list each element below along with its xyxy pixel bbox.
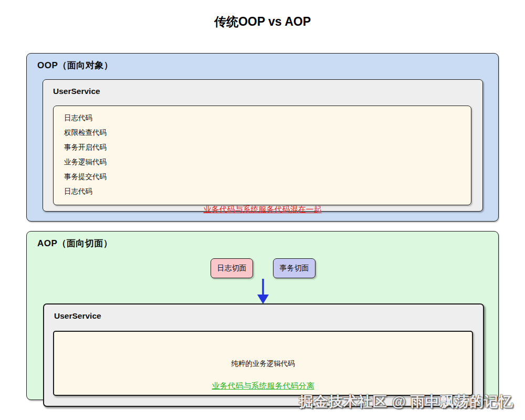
oop-userservice-box: UserService 日志代码 权限检查代码 事务开启代码 业务逻辑代码 事务…: [43, 79, 483, 212]
code-line: 日志代码: [54, 111, 471, 125]
aop-caption: 业务代码与系统服务代码分离: [54, 381, 472, 391]
code-line: 事务开启代码: [54, 140, 471, 155]
diagram-title: 传统OOP vs AOP: [0, 14, 525, 30]
aop-userservice-box: UserService 纯粹的业务逻辑代码 业务代码与系统服务代码分离: [43, 303, 484, 407]
pure-logic-text: 纯粹的业务逻辑代码: [54, 359, 472, 369]
aop-userservice-label: UserService: [54, 311, 101, 321]
code-line: 权限检查代码: [54, 125, 471, 140]
aop-panel: AOP（面向切面） 日志切面 事务切面 UserService 纯粹的业务逻辑代…: [26, 231, 499, 400]
oop-code-box: 日志代码 权限检查代码 事务开启代码 业务逻辑代码 事务提交代码 日志代码: [53, 106, 471, 205]
diagram-canvas: 传统OOP vs AOP OOP（面向对象） UserService 日志代码 …: [0, 0, 525, 420]
oop-panel-label: OOP（面向对象）: [37, 59, 113, 71]
oop-caption: 业务代码与系统服务代码混在一起: [27, 205, 498, 215]
aop-code-box: 纯粹的业务逻辑代码 业务代码与系统服务代码分离: [53, 331, 473, 396]
code-line: 日志代码: [54, 184, 471, 199]
oop-userservice-label: UserService: [53, 87, 100, 96]
down-arrow-icon: [256, 278, 270, 304]
aop-panel-label: AOP（面向切面）: [37, 237, 112, 249]
transaction-aspect-box: 事务切面: [273, 258, 316, 278]
code-line: 业务逻辑代码: [54, 155, 471, 170]
oop-panel: OOP（面向对象） UserService 日志代码 权限检查代码 事务开启代码…: [26, 53, 499, 222]
log-aspect-box: 日志切面: [211, 258, 253, 278]
watermark: 掘金技术社区 @ 雨中飘荡的记忆: [299, 392, 513, 411]
code-line: 事务提交代码: [54, 170, 471, 184]
